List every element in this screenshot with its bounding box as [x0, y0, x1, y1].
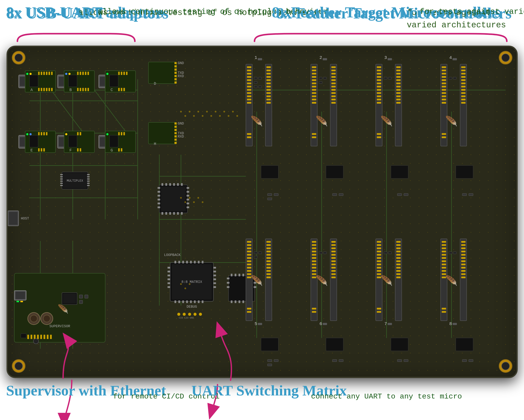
svg-rect-29 [41, 72, 42, 75]
svg-rect-251 [157, 199, 160, 200]
svg-rect-52 [77, 88, 79, 91]
svg-rect-322 [331, 92, 336, 94]
svg-rect-515 [461, 251, 465, 252]
svg-text:B: B [69, 88, 72, 92]
svg-rect-456 [331, 273, 336, 275]
svg-rect-186 [198, 261, 200, 263]
svg-rect-140 [60, 185, 63, 186]
svg-rect-314 [331, 66, 336, 68]
svg-rect-344 [377, 102, 381, 104]
svg-rect-379 [442, 136, 446, 138]
svg-rect-205 [213, 278, 216, 280]
svg-rect-517 [461, 257, 465, 259]
svg-rect-354 [396, 86, 401, 88]
svg-rect-338 [377, 83, 381, 84]
svg-rect-510 [442, 311, 446, 313]
svg-rect-286 [266, 92, 271, 94]
svg-rect-294 [258, 86, 262, 88]
svg-point-560 [15, 362, 23, 370]
svg-rect-453 [331, 264, 336, 265]
svg-rect-474 [377, 273, 381, 275]
svg-rect-270 [247, 89, 251, 91]
svg-rect-316 [331, 73, 336, 75]
svg-rect-211 [235, 274, 236, 276]
svg-rect-307 [312, 92, 316, 94]
svg-rect-324 [331, 99, 336, 100]
svg-rect-290 [254, 77, 257, 79]
svg-rect-32 [49, 72, 50, 75]
svg-rect-168 [30, 335, 32, 339]
svg-rect-301 [312, 73, 316, 75]
svg-rect-531 [391, 166, 408, 179]
svg-rect-388 [461, 89, 465, 91]
svg-rect-285 [266, 89, 271, 91]
svg-rect-333 [377, 66, 381, 68]
svg-rect-439 [312, 267, 316, 269]
svg-text:4: 4 [449, 55, 452, 60]
svg-rect-323 [331, 95, 336, 97]
svg-rect-325 [331, 102, 336, 104]
svg-text:2: 2 [320, 55, 322, 60]
svg-rect-336 [377, 76, 381, 78]
svg-rect-236 [161, 183, 163, 186]
svg-point-572 [219, 115, 221, 117]
svg-rect-185 [194, 261, 196, 263]
svg-rect-353 [396, 83, 401, 84]
svg-rect-142 [87, 176, 90, 177]
svg-rect-318 [331, 79, 336, 81]
svg-point-59 [69, 73, 71, 75]
svg-rect-342 [377, 95, 381, 97]
svg-rect-431 [312, 241, 316, 243]
svg-rect-71 [110, 75, 118, 87]
svg-rect-128 [175, 142, 177, 144]
svg-rect-364 [453, 58, 457, 60]
svg-rect-383 [461, 73, 465, 75]
svg-rect-366 [442, 66, 446, 68]
svg-rect-65 [121, 72, 122, 75]
svg-rect-524 [449, 252, 452, 254]
svg-rect-468 [377, 254, 381, 255]
svg-point-230 [199, 313, 202, 316]
svg-rect-352 [396, 79, 401, 81]
svg-text:6: 6 [320, 321, 322, 326]
svg-rect-448 [331, 247, 336, 249]
svg-rect-514 [461, 247, 465, 249]
svg-rect-124 [175, 129, 177, 131]
svg-rect-198 [167, 275, 170, 276]
svg-rect-195 [202, 301, 203, 303]
svg-rect-145 [87, 183, 90, 184]
svg-point-583 [180, 283, 182, 285]
svg-rect-320 [331, 86, 336, 88]
svg-rect-297 [323, 58, 327, 60]
svg-rect-319 [331, 83, 336, 84]
svg-text:🪶: 🪶 [445, 115, 457, 127]
svg-rect-393 [449, 77, 452, 79]
svg-rect-39 [51, 88, 53, 91]
svg-rect-45 [59, 77, 64, 86]
svg-rect-207 [213, 286, 216, 288]
svg-point-159 [43, 315, 50, 322]
pcb-board: A [7, 46, 518, 378]
svg-text:7: 7 [384, 321, 387, 326]
svg-rect-206 [213, 282, 216, 284]
svg-point-58 [65, 73, 67, 75]
svg-rect-28 [38, 72, 40, 75]
svg-rect-459 [323, 252, 327, 254]
svg-rect-407 [247, 273, 251, 275]
svg-rect-278 [266, 66, 271, 68]
svg-rect-482 [396, 251, 401, 252]
svg-point-119 [106, 133, 109, 135]
svg-rect-368 [442, 73, 446, 75]
svg-rect-378 [442, 133, 446, 135]
svg-rect-67 [126, 72, 127, 75]
svg-rect-254 [187, 187, 189, 189]
svg-rect-367 [442, 69, 446, 71]
svg-rect-443 [312, 308, 316, 310]
svg-rect-267 [247, 79, 251, 81]
svg-rect-465 [377, 244, 381, 246]
svg-rect-282 [266, 79, 271, 81]
svg-rect-95 [43, 148, 45, 151]
svg-text:RXD: RXD [178, 135, 184, 139]
svg-rect-201 [167, 286, 170, 288]
svg-rect-486 [396, 264, 401, 265]
